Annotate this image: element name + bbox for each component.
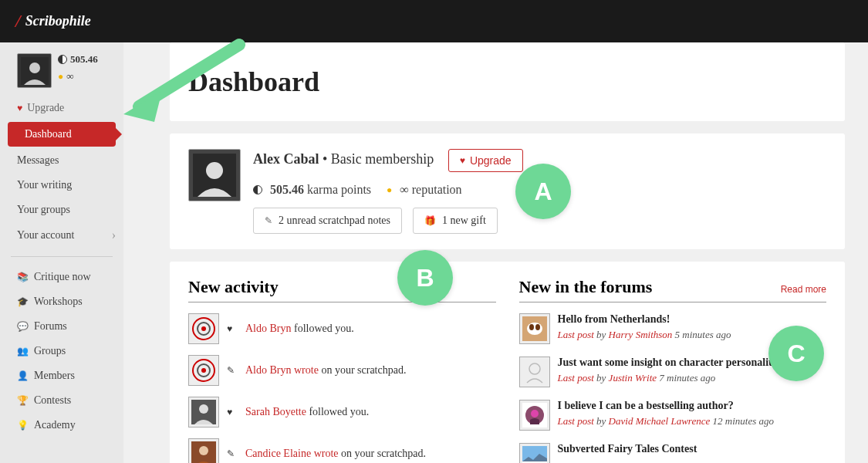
activity-item[interactable]: ✎Aldo Bryn wrote on your scratchpad. (188, 355, 496, 386)
svg-point-13 (199, 446, 208, 455)
activity-actor-link[interactable]: Candice Elaine wrote (245, 448, 339, 459)
separator: • (323, 151, 327, 167)
forums-heading: New in the forums Read more (519, 277, 827, 302)
gift-notice-label: 1 new gift (442, 215, 486, 227)
notice-row: ✎2 unread scratchpad notes 🎁1 new gift (253, 208, 826, 234)
user-avatar-small[interactable] (17, 53, 52, 88)
forum-title[interactable]: Subverted Fairy Tales Contest (558, 443, 827, 455)
user-name-line: Alex Cabal • Basic membership ♥Upgrade (253, 149, 826, 172)
nav-your-groups[interactable]: Your groups (0, 198, 123, 222)
last-post-label: Last post (558, 372, 594, 384)
forum-item[interactable]: Hello from Netherlands!Last post by Harr… (519, 313, 827, 344)
heart-icon: ♥ (17, 103, 22, 114)
nav-forums-label: Forums (34, 320, 67, 333)
activity-actor-link[interactable]: Aldo Bryn wrote (245, 364, 319, 376)
user-name: Alex Cabal (253, 151, 319, 167)
chevron-right-icon: › (112, 228, 116, 242)
brand-logo[interactable]: / Scribophile (15, 11, 91, 32)
activity-type-icon: ♥ (227, 407, 239, 418)
activity-rest: followed you. (306, 406, 369, 417)
karma-line: 505.46 karma points ● ∞ reputation (253, 183, 826, 197)
note-icon: ✎ (265, 215, 272, 227)
nav-contests[interactable]: 🏆Contests (0, 388, 123, 413)
brand-name: Scribophile (25, 13, 91, 29)
profile-stats: 505.46 ●∞ (58, 53, 98, 87)
upgrade-button[interactable]: ♥Upgrade (448, 149, 523, 172)
heart-icon: ♥ (460, 155, 465, 166)
forum-avatar (519, 443, 550, 463)
user-info: Alex Cabal • Basic membership ♥Upgrade 5… (253, 149, 826, 234)
nav-academy[interactable]: 💡Academy (0, 413, 123, 438)
forum-title[interactable]: Hello from Netherlands! (558, 313, 827, 326)
forum-time: 7 minutes ago (659, 372, 715, 384)
user-avatar-large[interactable] (188, 149, 241, 201)
activity-rest: followed you. (292, 323, 354, 334)
nav-your-account[interactable]: Your account› (0, 222, 123, 248)
svg-point-22 (531, 410, 539, 417)
forum-meta: Last post by Harry Smithson 5 minutes ag… (558, 329, 827, 341)
nav-separator (11, 256, 113, 257)
activity-avatar (188, 313, 219, 344)
reputation-icon: ● (58, 71, 63, 83)
reputation-icon: ● (387, 184, 392, 196)
activity-item[interactable]: ♥Sarah Boyette followed you. (188, 397, 496, 428)
books-icon: 📚 (17, 272, 28, 283)
activity-item[interactable]: ♥Aldo Bryn followed you. (188, 313, 496, 344)
nav-messages[interactable]: Messages (0, 148, 123, 173)
nav-upgrade[interactable]: ♥Upgrade (0, 96, 123, 120)
activity-actor-link[interactable]: Sarah Boyette (245, 406, 306, 417)
forums-read-more[interactable]: Read more (781, 284, 826, 295)
forums-column: New in the forums Read more Hello from N… (519, 277, 827, 463)
svg-point-17 (535, 324, 540, 330)
forum-item[interactable]: I believe I can be a bestselling author?… (519, 400, 827, 431)
forum-author-link[interactable]: David Michael Lawrence (609, 415, 711, 427)
speech-icon: 💬 (17, 321, 28, 333)
nav-contests-label: Contests (34, 394, 71, 407)
activity-actor-link[interactable]: Aldo Bryn (245, 323, 292, 334)
forum-time: 5 minutes ago (675, 329, 731, 340)
nav-forums[interactable]: 💬Forums (0, 314, 123, 339)
activity-item[interactable]: ✎Candice Elaine wrote on your scratchpad… (188, 438, 496, 463)
activity-type-icon: ♥ (227, 323, 239, 335)
forum-meta: Last post by Justin Write 7 minutes ago (558, 372, 827, 384)
nav-critique-now[interactable]: 📚Critique now (0, 265, 123, 289)
nav-groups[interactable]: 👥Groups (0, 339, 123, 363)
forum-title[interactable]: Just want some insight on character pers… (558, 357, 827, 369)
activity-avatar (188, 355, 219, 386)
karma-label: karma points (307, 183, 371, 197)
forum-time: 12 minutes ago (713, 415, 774, 427)
forum-avatar (519, 313, 550, 344)
forum-list: Hello from Netherlands!Last post by Harr… (519, 313, 827, 463)
nav-workshops[interactable]: 🎓Workshops (0, 289, 123, 314)
forum-item[interactable]: Just want some insight on character pers… (519, 357, 827, 387)
nav-your-writing[interactable]: Your writing (0, 173, 123, 198)
scratchpad-notice[interactable]: ✎2 unread scratchpad notes (253, 208, 402, 234)
nav-members[interactable]: 👤Members (0, 363, 123, 388)
svg-point-16 (529, 324, 534, 330)
activity-type-icon: ✎ (227, 448, 239, 460)
forum-title[interactable]: I believe I can be a bestselling author? (558, 400, 827, 412)
activity-heading-label: New activity (188, 277, 279, 297)
activity-rest: on your scratchpad. (339, 448, 427, 459)
activity-column: New activity ♥Aldo Bryn followed you.✎Al… (188, 277, 496, 463)
feed-card: New activity ♥Aldo Bryn followed you.✎Al… (170, 262, 845, 463)
nav-dashboard[interactable]: Dashboard (8, 122, 116, 147)
nav-upgrade-label: Upgrade (27, 102, 64, 114)
content: Dashboard Alex Cabal • Basic membership … (123, 42, 868, 463)
gift-notice[interactable]: 🎁1 new gift (413, 208, 498, 234)
nav-members-label: Members (34, 370, 75, 382)
forum-item[interactable]: Subverted Fairy Tales Contest (519, 443, 827, 463)
forum-author-link[interactable]: Justin Write (609, 372, 657, 384)
reputation-value: ∞ (400, 183, 408, 197)
person-icon: 👤 (17, 370, 28, 382)
by-label: by (596, 415, 606, 427)
forum-author-link[interactable]: Harry Smithson (609, 329, 673, 340)
people-icon: 👥 (17, 346, 28, 357)
logo-slash-icon: / (15, 11, 21, 32)
forums-heading-label: New in the forums (519, 277, 653, 297)
user-summary-card: Alex Cabal • Basic membership ♥Upgrade 5… (170, 133, 845, 249)
topbar: / Scribophile (0, 0, 868, 42)
sidebar: 505.46 ●∞ ♥Upgrade Dashboard Messages Yo… (0, 42, 123, 463)
svg-point-9 (201, 368, 206, 373)
last-post-label: Last post (558, 329, 594, 340)
